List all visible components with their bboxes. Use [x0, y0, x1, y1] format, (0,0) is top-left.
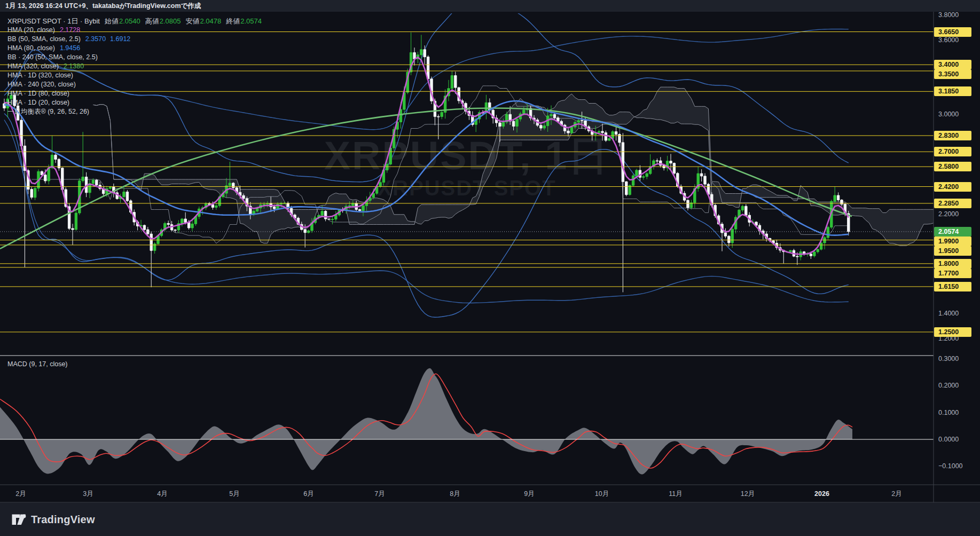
legend-row-label: HMA (80, close): [7, 44, 55, 53]
price-axis[interactable]: 3.80003.60003.00002.20001.40001.20000.30…: [934, 12, 980, 502]
macd-axis-label: 0.0000: [934, 435, 980, 444]
legend-row-label: HMA · 1D (20, close): [7, 98, 69, 107]
legend-row[interactable]: BB (50, SMA, close, 2.5)2.35701.6912: [7, 35, 262, 44]
price-axis-label: 1.4000: [934, 309, 980, 318]
price-level-badge: 1.9500: [934, 246, 971, 256]
legend-value: 2.0540: [119, 17, 140, 26]
price-axis-label: 3.8000: [934, 10, 980, 20]
legend-value: 始値: [105, 17, 119, 26]
legend-row[interactable]: HMA · 1D (80, close): [7, 89, 262, 98]
legend-value: 2.1728: [60, 26, 80, 35]
legend-row-label: BB · 240 (50, SMA, close, 2.5): [7, 53, 98, 62]
tradingview-logo[interactable]: TradingView: [12, 511, 95, 527]
time-axis-label: 2026: [814, 489, 829, 499]
legend-value: 高値: [145, 17, 159, 26]
legend-value: 2.3570: [85, 35, 106, 44]
legend-row[interactable]: HMA (320, close)2.1380: [7, 62, 262, 71]
time-axis-label: 2月: [15, 489, 26, 499]
legend-value: 2.0478: [200, 17, 221, 26]
time-axis-label: 11月: [669, 489, 682, 499]
legend-value: 2.0574: [240, 17, 262, 26]
price-level-badge: 1.7700: [934, 269, 971, 278]
price-level-badge: 2.8300: [934, 131, 971, 140]
time-axis-label: 9月: [524, 489, 534, 499]
legend-row-label: HMA (20, close): [7, 26, 55, 35]
time-axis-label: 12月: [741, 489, 755, 499]
legend-row-label: BB (50, SMA, close, 2.5): [7, 35, 81, 44]
time-axis-label: 4月: [157, 489, 167, 499]
time-axis-label: 10月: [595, 489, 609, 499]
price-level-badge: 3.6650: [934, 27, 971, 37]
legend-value: 2.0805: [160, 17, 181, 26]
macd-axis-label: 0.3000: [934, 354, 980, 364]
bottom-strip: [0, 503, 980, 536]
price-level-badge: 2.4200: [934, 182, 971, 192]
time-axis[interactable]: 2月3月4月5月6月7月8月9月10月11月12月20262月: [0, 485, 980, 503]
legend-row[interactable]: HMA (20, close)2.1728: [7, 26, 262, 35]
macd-axis-label: −0.1000: [934, 461, 980, 471]
price-level-badge: 3.4000: [934, 60, 971, 69]
hma320-line: [0, 108, 852, 248]
price-level-badge: 3.3500: [934, 69, 971, 79]
legend-row[interactable]: HMA (80, close)1.9456: [7, 44, 262, 53]
price-level-badge: 1.8000: [934, 259, 971, 269]
price-level-badge: 2.7000: [934, 147, 971, 156]
price-axis-label: 3.0000: [934, 109, 980, 119]
legend-row-label: HMA · 1D (320, close): [7, 71, 73, 80]
legend-row-label: HMA (320, close): [7, 62, 59, 71]
last-price-badge: 2.0574: [934, 227, 971, 237]
legend-value: 1.6912: [110, 35, 130, 44]
legend-row[interactable]: XRPUSDT SPOT · 1日 · Bybit始値2.0540高値2.080…: [7, 17, 262, 26]
price-level-badge: 2.5800: [934, 162, 971, 171]
price-level-badge: 2.2850: [934, 199, 971, 208]
macd-legend-label: MACD (9, 17, close): [7, 360, 68, 368]
legend-row-label: HMA · 1D (80, close): [7, 89, 69, 98]
macd-area: [0, 368, 852, 475]
macd-axis-label: 0.1000: [934, 408, 980, 417]
legend-row-label: 一目均衡表® (9, 26, 52, 26): [7, 107, 89, 116]
tradingview-wordmark: TradingView: [31, 514, 95, 526]
legend-value: 2.1380: [64, 62, 84, 71]
macd-legend[interactable]: MACD (9, 17, close): [7, 360, 68, 369]
legend-row[interactable]: HMA · 1D (320, close): [7, 71, 262, 80]
time-axis-label: 8月: [450, 489, 460, 499]
price-level-badge: 3.1850: [934, 86, 971, 96]
legend-value: 安値: [185, 17, 199, 26]
tradingview-snapshot: 1月 13, 2026 16:24 UTC+9、takatabaがTrading…: [0, 0, 980, 536]
price-axis-label: 2.2000: [934, 209, 980, 219]
legend-value: 1.9456: [60, 44, 80, 53]
price-level-badge: 1.2500: [934, 327, 971, 337]
legend-row[interactable]: 一目均衡表® (9, 26, 52, 26): [7, 107, 262, 116]
legend-row-label: XRPUSDT SPOT · 1日 · Bybit: [7, 17, 100, 26]
legend-row-label: HMA · 240 (320, close): [7, 80, 76, 89]
legend-row[interactable]: HMA · 1D (20, close): [7, 98, 262, 107]
time-axis-label: 7月: [374, 489, 385, 499]
time-axis-label: 3月: [83, 489, 93, 499]
time-axis-label: 6月: [303, 489, 313, 499]
macd-axis-label: 0.2000: [934, 381, 980, 390]
indicator-legend: XRPUSDT SPOT · 1日 · Bybit始値2.0540高値2.080…: [7, 17, 262, 116]
time-axis-label: 2月: [891, 489, 901, 499]
time-axis-label: 5月: [229, 489, 239, 499]
legend-value: 終値: [226, 17, 240, 26]
legend-row[interactable]: HMA · 240 (320, close): [7, 80, 262, 89]
price-level-badge: 1.6150: [934, 282, 971, 291]
tradingview-icon: [12, 514, 26, 525]
price-level-badge: 1.9900: [934, 237, 971, 246]
legend-row[interactable]: BB · 240 (50, SMA, close, 2.5): [7, 53, 262, 62]
